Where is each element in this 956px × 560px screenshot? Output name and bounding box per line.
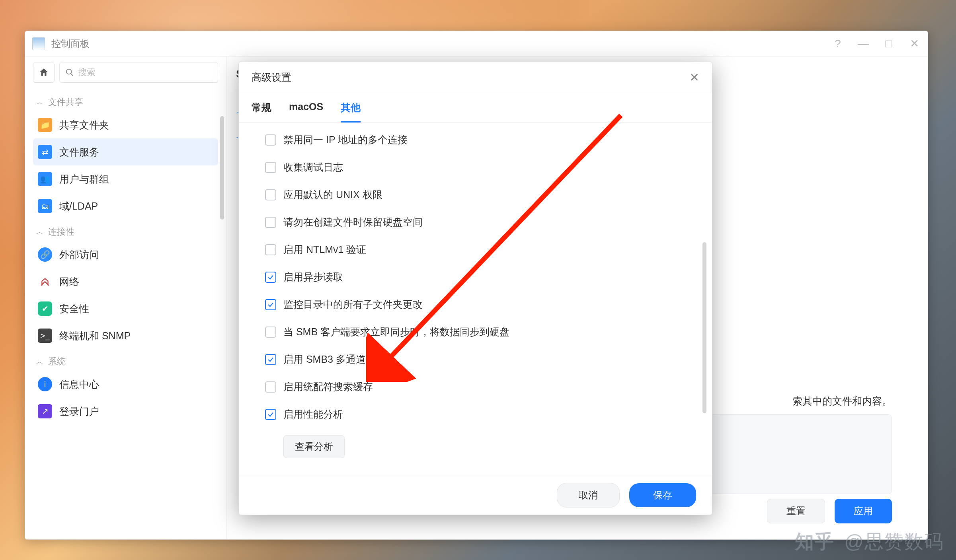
file-services-icon: ⇄ bbox=[38, 145, 52, 159]
option-label: 启用统配符搜索缓存 bbox=[283, 380, 373, 393]
checkbox[interactable] bbox=[265, 244, 276, 255]
watermark-logo: 知乎 bbox=[795, 529, 835, 554]
checkbox[interactable] bbox=[265, 134, 276, 146]
sidebar-item-network[interactable]: 网络 bbox=[33, 268, 218, 295]
checkbox[interactable] bbox=[265, 217, 276, 228]
checkbox[interactable] bbox=[265, 272, 276, 283]
tab-general[interactable]: 常规 bbox=[252, 101, 271, 122]
option-label: 启用异步读取 bbox=[283, 270, 343, 284]
search-input-wrap[interactable] bbox=[59, 62, 218, 83]
option-row[interactable]: 禁用同一 IP 地址的多个连接 bbox=[265, 133, 696, 146]
tab-other[interactable]: 其他 bbox=[341, 101, 361, 122]
apply-button[interactable]: 应用 bbox=[835, 499, 892, 523]
sidebar-scrollbar[interactable] bbox=[220, 116, 224, 220]
option-label: 启用 SMB3 多通道 bbox=[283, 353, 366, 366]
checkbox[interactable] bbox=[265, 354, 276, 365]
home-button[interactable] bbox=[33, 62, 55, 83]
save-button[interactable]: 保存 bbox=[629, 483, 696, 507]
watermark: 知乎 @思赞数码 bbox=[795, 529, 944, 554]
portal-icon: ↗ bbox=[38, 404, 52, 418]
option-row[interactable]: 收集调试日志 bbox=[265, 161, 696, 174]
tab-macos[interactable]: macOS bbox=[289, 101, 323, 122]
content-hint-text: 索其中的文件和内容。 bbox=[792, 395, 892, 408]
view-analysis-button[interactable]: 查看分析 bbox=[283, 435, 345, 458]
info-icon: i bbox=[38, 377, 52, 391]
option-row[interactable]: 启用异步读取 bbox=[265, 270, 696, 284]
sidebar-item-domain-ldap[interactable]: 🗂域/LDAP bbox=[33, 192, 218, 220]
chevron-up-icon: ︿ bbox=[36, 357, 43, 366]
chevron-up-icon: ︿ bbox=[36, 97, 43, 107]
option-label: 请勿在创建文件时保留硬盘空间 bbox=[283, 216, 423, 229]
option-label: 启用 NTLMv1 验证 bbox=[283, 243, 366, 256]
svg-line-1 bbox=[71, 74, 73, 76]
sidebar-group-connectivity[interactable]: ︿连接性 bbox=[33, 220, 218, 241]
checkbox[interactable] bbox=[265, 162, 276, 173]
option-row[interactable]: 启用性能分析 bbox=[265, 408, 696, 421]
minimize-icon[interactable]: — bbox=[857, 38, 870, 49]
option-row[interactable]: 启用 SMB3 多通道 bbox=[265, 353, 696, 366]
option-label: 监控目录中的所有子文件夹更改 bbox=[283, 298, 423, 311]
shield-icon: ✔ bbox=[38, 301, 52, 316]
checkbox[interactable] bbox=[265, 409, 276, 420]
checkbox[interactable] bbox=[265, 381, 276, 393]
watermark-author: @思赞数码 bbox=[844, 529, 944, 554]
svg-point-0 bbox=[66, 69, 72, 74]
reset-button[interactable]: 重置 bbox=[767, 499, 825, 523]
checkbox[interactable] bbox=[265, 299, 276, 310]
modal-scrollbar[interactable] bbox=[702, 242, 706, 413]
option-row[interactable]: 应用默认的 UNIX 权限 bbox=[265, 188, 696, 201]
external-access-icon: 🔗 bbox=[38, 247, 52, 262]
checkbox[interactable] bbox=[265, 327, 276, 338]
help-icon[interactable]: ? bbox=[831, 38, 844, 49]
option-row[interactable]: 监控目录中的所有子文件夹更改 bbox=[265, 298, 696, 311]
sidebar-item-login-portal[interactable]: ↗登录门户 bbox=[33, 398, 218, 425]
option-row[interactable]: 当 SMB 客户端要求立即同步时，将数据同步到硬盘 bbox=[265, 325, 696, 338]
cancel-button[interactable]: 取消 bbox=[557, 483, 620, 508]
folder-icon: 📁 bbox=[38, 118, 52, 132]
sidebar-item-terminal-snmp[interactable]: >_终端机和 SNMP bbox=[33, 322, 218, 349]
sidebar: ︿文件共享 📁共享文件夹 ⇄文件服务 👥用户与群组 🗂域/LDAP ︿连接性 🔗… bbox=[25, 56, 226, 539]
option-row[interactable]: 启用统配符搜索缓存 bbox=[265, 380, 696, 393]
option-label: 启用性能分析 bbox=[283, 408, 343, 421]
chevron-up-icon: ︿ bbox=[36, 227, 43, 237]
network-icon bbox=[38, 274, 52, 289]
modal-close-icon[interactable]: ✕ bbox=[689, 70, 699, 84]
maximize-icon[interactable]: □ bbox=[882, 38, 895, 49]
app-icon bbox=[32, 37, 45, 50]
sidebar-item-security[interactable]: ✔安全性 bbox=[33, 295, 218, 322]
option-row[interactable]: 请勿在创建文件时保留硬盘空间 bbox=[265, 216, 696, 229]
sidebar-group-filesharing[interactable]: ︿文件共享 bbox=[33, 90, 218, 111]
sidebar-item-file-services[interactable]: ⇄文件服务 bbox=[33, 138, 218, 165]
domain-icon: 🗂 bbox=[38, 199, 52, 213]
close-icon[interactable]: ✕ bbox=[908, 38, 921, 49]
sidebar-item-shared-folder[interactable]: 📁共享文件夹 bbox=[33, 111, 218, 138]
search-icon bbox=[65, 68, 74, 77]
sidebar-item-users-groups[interactable]: 👥用户与群组 bbox=[33, 165, 218, 192]
option-label: 当 SMB 客户端要求立即同步时，将数据同步到硬盘 bbox=[283, 325, 509, 338]
option-label: 应用默认的 UNIX 权限 bbox=[283, 188, 382, 201]
sidebar-group-system[interactable]: ︿系统 bbox=[33, 349, 218, 371]
sidebar-item-info-center[interactable]: i信息中心 bbox=[33, 371, 218, 398]
window-title: 控制面板 bbox=[51, 37, 90, 50]
terminal-icon: >_ bbox=[38, 329, 52, 343]
option-label: 收集调试日志 bbox=[283, 161, 343, 174]
titlebar: 控制面板 ? — □ ✕ bbox=[25, 31, 928, 56]
advanced-settings-modal: 高级设置 ✕ 常规 macOS 其他 禁用同一 IP 地址的多个连接收集调试日志… bbox=[238, 62, 712, 515]
search-input[interactable] bbox=[78, 67, 212, 78]
modal-title: 高级设置 bbox=[252, 71, 291, 84]
option-row[interactable]: 启用 NTLMv1 验证 bbox=[265, 243, 696, 256]
option-label: 禁用同一 IP 地址的多个连接 bbox=[283, 133, 408, 146]
checkbox[interactable] bbox=[265, 189, 276, 200]
users-icon: 👥 bbox=[38, 172, 52, 186]
sidebar-item-external-access[interactable]: 🔗外部访问 bbox=[33, 241, 218, 268]
